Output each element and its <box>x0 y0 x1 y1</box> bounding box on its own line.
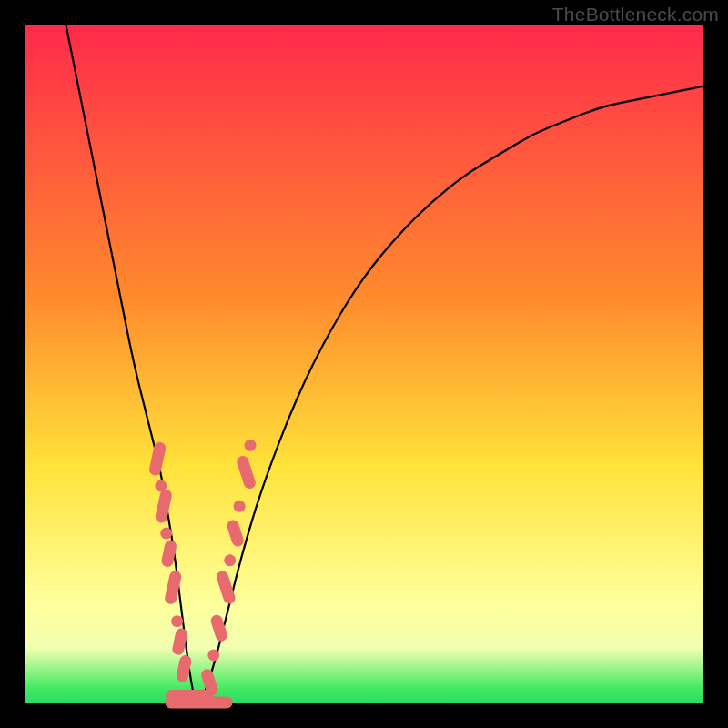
marker-capsule <box>155 489 173 524</box>
marker-capsule <box>226 519 246 548</box>
marker-dot <box>207 649 219 661</box>
bottleneck-curve <box>66 25 703 703</box>
marker-group <box>148 440 258 709</box>
chart-frame: TheBottleneck.com <box>0 0 728 728</box>
curve-layer <box>25 25 703 703</box>
marker-dot <box>160 528 172 540</box>
marker-dot <box>224 554 236 566</box>
plot-area <box>25 25 703 703</box>
marker-capsule <box>236 454 258 490</box>
marker-dot <box>245 440 257 451</box>
marker-dot <box>171 615 183 627</box>
watermark-text: TheBottleneck.com <box>552 4 719 25</box>
marker-capsule <box>165 697 232 709</box>
marker-capsule <box>148 441 167 477</box>
marker-dot <box>234 500 246 512</box>
